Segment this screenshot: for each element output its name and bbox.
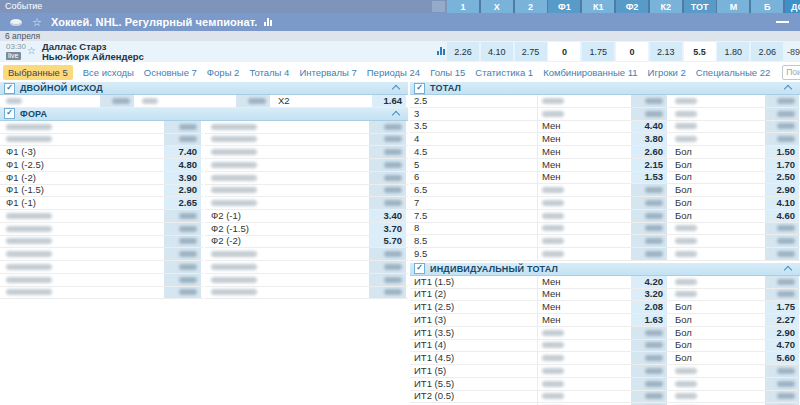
odds-button[interactable]: 4.40 (631, 121, 667, 133)
minimize-icon[interactable] (776, 21, 789, 23)
odds-button[interactable]: 3.40 (369, 210, 406, 222)
blurred-odds[interactable] (765, 378, 799, 390)
blurred-odds[interactable] (369, 274, 406, 286)
match-odds-cell[interactable]: 2.06 (751, 42, 783, 61)
blurred-odds[interactable] (164, 236, 201, 248)
blurred-odds[interactable] (765, 289, 799, 301)
odds-button[interactable]: 3.20 (631, 289, 667, 301)
odds-button[interactable]: 1.53 (631, 172, 667, 184)
blurred-odds[interactable] (765, 133, 799, 145)
blurred-odds[interactable] (164, 261, 201, 273)
match-row[interactable]: 03:30 live ☆ Даллас Старз Нью-Йорк Айлен… (0, 41, 800, 62)
blurred-odds[interactable] (236, 95, 270, 107)
market-tab[interactable]: Специальные 22 (696, 67, 770, 78)
blurred-odds[interactable] (369, 121, 406, 133)
match-odds-cell[interactable]: 4.10 (481, 42, 513, 61)
odds-button[interactable]: 2.50 (765, 172, 799, 184)
blurred-odds[interactable] (631, 391, 667, 403)
match-odds-cell[interactable]: 2.26 (447, 42, 479, 61)
odds-button[interactable]: 1.50 (765, 146, 799, 158)
odds-button[interactable]: 2.90 (164, 185, 201, 197)
market-tab[interactable]: Статистика 1 (475, 67, 533, 78)
odds-button[interactable]: 4.70 (765, 340, 799, 352)
odds-button[interactable]: 1.64 (372, 95, 406, 107)
match-odds-cell[interactable]: 2.13 (650, 42, 682, 61)
stats-icon[interactable] (264, 18, 273, 26)
blurred-odds[interactable] (369, 185, 406, 197)
blurred-odds[interactable] (765, 121, 799, 133)
market-tab[interactable]: Выбранные 5 (3, 65, 73, 80)
section-checkbox[interactable]: ✓ (414, 83, 425, 94)
blurred-odds[interactable] (100, 95, 134, 107)
odds-button[interactable]: 4.60 (765, 210, 799, 222)
market-tab[interactable]: Игроки 2 (648, 67, 686, 78)
blurred-odds[interactable] (631, 184, 667, 196)
blurred-odds[interactable] (164, 248, 201, 260)
section-checkbox[interactable]: ✓ (4, 108, 15, 119)
collapse-chevron-icon[interactable] (392, 85, 400, 93)
blurred-odds[interactable] (164, 210, 201, 222)
odds-button[interactable]: 7.40 (164, 146, 201, 158)
blurred-odds[interactable] (631, 95, 667, 107)
blurred-odds[interactable] (164, 274, 201, 286)
match-odds-cell[interactable]: 0 (616, 42, 648, 61)
blurred-odds[interactable] (369, 287, 406, 299)
team2-name[interactable]: Нью-Йорк Айлендерс (42, 52, 144, 62)
match-odds-cell[interactable]: 1.80 (717, 42, 749, 61)
odds-button[interactable]: 1.70 (765, 159, 799, 171)
collapse-chevron-icon[interactable] (392, 111, 400, 119)
section-checkbox[interactable]: ✓ (4, 83, 15, 94)
favorite-star-icon[interactable]: ☆ (32, 17, 42, 28)
market-tab[interactable]: Все исходы (83, 67, 134, 78)
odds-button[interactable]: 1.75 (765, 301, 799, 313)
blurred-odds[interactable] (765, 248, 799, 260)
odds-button[interactable]: 2.60 (631, 146, 667, 158)
favorite-star-icon[interactable]: ☆ (27, 45, 36, 56)
blurred-odds[interactable] (765, 95, 799, 107)
match-odds-cell[interactable]: 5.5 (684, 42, 716, 61)
blurred-odds[interactable] (631, 223, 667, 235)
odds-button[interactable]: 3.70 (369, 223, 406, 235)
blurred-odds[interactable] (631, 235, 667, 247)
collapse-chevron-icon[interactable] (784, 266, 792, 274)
blurred-odds[interactable] (369, 134, 406, 146)
match-odds-cell[interactable]: 1.75 (582, 42, 614, 61)
blurred-odds[interactable] (631, 210, 667, 222)
blurred-odds[interactable] (164, 134, 201, 146)
collapse-chevron-icon[interactable] (784, 85, 792, 93)
blurred-odds[interactable] (631, 378, 667, 390)
stats-icon[interactable] (437, 47, 446, 55)
blurred-odds[interactable] (765, 391, 799, 403)
search-input[interactable] (786, 67, 800, 77)
blurred-odds[interactable] (164, 287, 201, 299)
blurred-odds[interactable] (631, 352, 667, 364)
odds-button[interactable]: 2.90 (765, 184, 799, 196)
odds-button[interactable]: 3.80 (631, 133, 667, 145)
market-search[interactable] (782, 65, 800, 80)
blurred-odds[interactable] (369, 159, 406, 171)
blurred-odds[interactable] (631, 108, 667, 120)
market-tab[interactable]: Голы 15 (430, 67, 465, 78)
odds-button[interactable]: 4.80 (164, 159, 201, 171)
team-names[interactable]: Даллас Старз Нью-Йорк Айлендерс (42, 42, 144, 62)
market-tab[interactable]: Основные 7 (144, 67, 197, 78)
odds-button[interactable]: 2.27 (765, 314, 799, 326)
blurred-odds[interactable] (631, 248, 667, 260)
odds-button[interactable]: 2.65 (164, 197, 201, 209)
blurred-odds[interactable] (631, 327, 667, 339)
market-tab[interactable]: Периоды 24 (367, 67, 420, 78)
odds-button[interactable]: 2.08 (631, 301, 667, 313)
odds-button[interactable]: 3.90 (164, 172, 201, 184)
odds-button[interactable]: 4.20 (631, 276, 667, 288)
odds-button[interactable]: 4.10 (765, 197, 799, 209)
odds-button[interactable]: 5.70 (369, 236, 406, 248)
section-checkbox[interactable]: ✓ (414, 263, 425, 274)
blurred-odds[interactable] (765, 276, 799, 288)
blurred-odds[interactable] (631, 197, 667, 209)
odds-button[interactable]: 2.15 (631, 159, 667, 171)
blurred-odds[interactable] (631, 340, 667, 352)
match-odds-cell[interactable]: -89 (785, 42, 800, 61)
match-odds-cell[interactable]: 2.75 (515, 42, 547, 61)
market-tab[interactable]: Тоталы 4 (249, 67, 289, 78)
blurred-odds[interactable] (369, 248, 406, 260)
